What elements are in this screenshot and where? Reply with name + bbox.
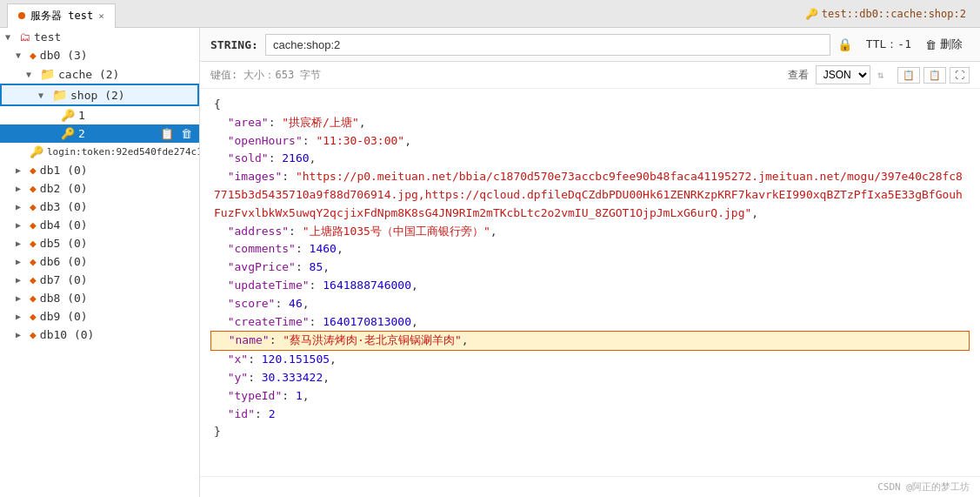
json-value: "拱宸桥/上塘" <box>282 116 358 129</box>
sidebar-label: test <box>34 30 194 44</box>
sidebar-label: db6 (0) <box>40 255 194 268</box>
sidebar-item-db10[interactable]: ◆ db10 (0) <box>0 326 199 344</box>
sidebar-label: db7 (0) <box>40 273 194 286</box>
sidebar-label: db4 (0) <box>40 218 194 232</box>
json-key: "sold" <box>228 151 269 165</box>
sidebar-item-cache[interactable]: 📁 cache (2) <box>0 64 199 84</box>
sidebar-item-db5[interactable]: ◆ db5 (0) <box>0 234 199 252</box>
db-icon: ◆ <box>30 328 37 341</box>
tab-dot-icon <box>18 12 25 19</box>
delete-label: 删除 <box>940 37 963 52</box>
arrow-icon <box>16 293 26 303</box>
json-value: 1641888746000 <box>323 279 411 292</box>
json-value: 30.333422 <box>262 371 323 384</box>
json-brace-close: } <box>214 423 966 441</box>
server-tab[interactable]: 服务器 test × <box>7 3 116 28</box>
key-icon: 🔑 <box>61 109 75 122</box>
json-select[interactable]: JSON <box>816 65 870 84</box>
json-key: "typeId" <box>228 389 283 402</box>
json-line-name-highlight: "name": "蔡马洪涛烤肉·老北京铜锅涮羊肉", <box>210 331 970 351</box>
json-line-sold: "sold": 2160, <box>214 150 966 168</box>
sidebar-item-db4[interactable]: ◆ db4 (0) <box>0 216 199 234</box>
json-value: "https://p0.meituan.net/bbia/c1870d570e7… <box>214 170 963 219</box>
view-icon-copy2[interactable]: 📋 <box>923 67 946 84</box>
sidebar-item-db2[interactable]: ◆ db2 (0) <box>0 179 199 198</box>
arrow-icon <box>38 91 49 100</box>
sidebar-item-test[interactable]: 🗂 test <box>0 28 199 46</box>
sidebar-item-db9[interactable]: ◆ db9 (0) <box>0 307 199 326</box>
db-icon: ◆ <box>30 255 37 268</box>
tab-bar: 服务器 test × 🔑 test::db0::cache:shop:2 <box>0 0 980 28</box>
sidebar-item-key2[interactable]: 🔑 2 📋 🗑 <box>0 124 199 143</box>
folder-icon: 📁 <box>52 88 67 102</box>
json-key: "comments" <box>228 242 296 255</box>
main-layout: 🗂 test ◆ db0 (3) 📁 cache (2) 📁 shop (2) … <box>0 28 980 497</box>
db-icon: ◆ <box>30 218 37 232</box>
sidebar-label: db8 (0) <box>40 292 194 305</box>
json-value: 1 <box>296 389 303 402</box>
db-icon: ◆ <box>30 237 37 250</box>
copy-button[interactable]: 📋 <box>158 127 176 140</box>
json-value: "11:30-03:00" <box>316 134 404 147</box>
ttl-label: TTL：-1 <box>866 37 911 52</box>
db-icon: ◆ <box>30 310 37 323</box>
key-icon: 🔑 <box>61 127 75 140</box>
json-line-comments: "comments": 1460, <box>214 240 966 259</box>
json-line-address: "address": "上塘路1035号（中国工商银行旁）", <box>214 223 966 241</box>
json-key: "openHours" <box>228 134 303 147</box>
key-icon: 🔑 <box>30 145 43 158</box>
sidebar-label: db1 (0) <box>40 164 194 177</box>
db-icon: ◆ <box>30 49 37 62</box>
delete-button[interactable]: 🗑 删除 <box>918 33 970 56</box>
json-value: 2 <box>269 407 276 420</box>
watermark-text: CSDN @阿正的梦工坊 <box>877 481 970 493</box>
sidebar-item-db0[interactable]: ◆ db0 (3) <box>0 46 199 64</box>
string-bar: STRING: 🔒 TTL：-1 🗑 删除 <box>200 28 980 62</box>
arrow-icon <box>16 50 26 60</box>
sidebar-item-key1[interactable]: 🔑 1 <box>0 106 199 124</box>
view-icon-expand[interactable]: ⛶ <box>950 67 970 84</box>
json-line-updateTime: "updateTime": 1641888746000, <box>214 277 966 295</box>
json-line-y: "y": 30.333422, <box>214 369 966 387</box>
view-icon-copy[interactable]: 📋 <box>897 67 920 84</box>
key-meta-bar: 键值: 大小：653 字节 查看 JSON ⇅ 📋 📋 ⛶ <box>200 62 980 89</box>
sidebar-item-db3[interactable]: ◆ db3 (0) <box>0 198 199 216</box>
json-key: "score" <box>228 297 276 310</box>
chevron-icon: ⇅ <box>877 69 883 81</box>
delete-item-button[interactable]: 🗑 <box>179 127 194 140</box>
json-key: "createTime" <box>228 315 310 328</box>
json-value: 2160 <box>282 151 309 165</box>
right-panel: STRING: 🔒 TTL：-1 🗑 删除 键值: 大小：653 字节 查看 J… <box>200 28 980 497</box>
sidebar-item-shop[interactable]: 📁 shop (2) <box>0 84 199 106</box>
json-line-images: "images": "https://p0.meituan.net/bbia/c… <box>214 168 966 222</box>
json-key: "id" <box>228 407 255 420</box>
sidebar-item-db7[interactable]: ◆ db7 (0) <box>0 271 199 289</box>
sidebar-item-db1[interactable]: ◆ db1 (0) <box>0 161 199 179</box>
json-line-id: "id": 2 <box>214 406 966 424</box>
json-value: 46 <box>289 297 303 310</box>
sidebar-label: 2 <box>78 127 155 140</box>
sidebar-item-db6[interactable]: ◆ db6 (0) <box>0 252 199 271</box>
json-line-area: "area": "拱宸桥/上塘", <box>214 114 966 132</box>
json-content: { "area": "拱宸桥/上塘", "openHours": "11:30-… <box>200 89 980 476</box>
key-small-icon: 🔑 <box>805 8 818 20</box>
json-value: 85 <box>310 260 323 273</box>
json-line-score: "score": 46, <box>214 295 966 313</box>
arrow-icon <box>16 330 26 339</box>
arrow-icon <box>16 165 26 175</box>
arrow-icon <box>16 202 26 212</box>
tab-close-icon[interactable]: × <box>98 10 104 22</box>
view-label: 查看 <box>788 68 809 83</box>
sidebar-item-login-token[interactable]: 🔑 login:token:92ed540fde274c1bad0824028f… <box>0 143 199 161</box>
arrow-icon <box>16 257 26 266</box>
string-value-input[interactable] <box>265 34 830 56</box>
arrow-icon <box>26 70 37 79</box>
tab-right-key: 🔑 test::db0::cache:shop:2 <box>805 8 973 20</box>
sidebar-item-db8[interactable]: ◆ db8 (0) <box>0 289 199 307</box>
db-icon: ◆ <box>30 182 37 195</box>
sidebar-label: db0 (3) <box>40 49 194 62</box>
folder-icon: 📁 <box>40 67 55 81</box>
lock-icon[interactable]: 🔒 <box>837 37 852 51</box>
json-key: "address" <box>228 225 289 238</box>
sidebar-label: cache (2) <box>58 68 194 81</box>
